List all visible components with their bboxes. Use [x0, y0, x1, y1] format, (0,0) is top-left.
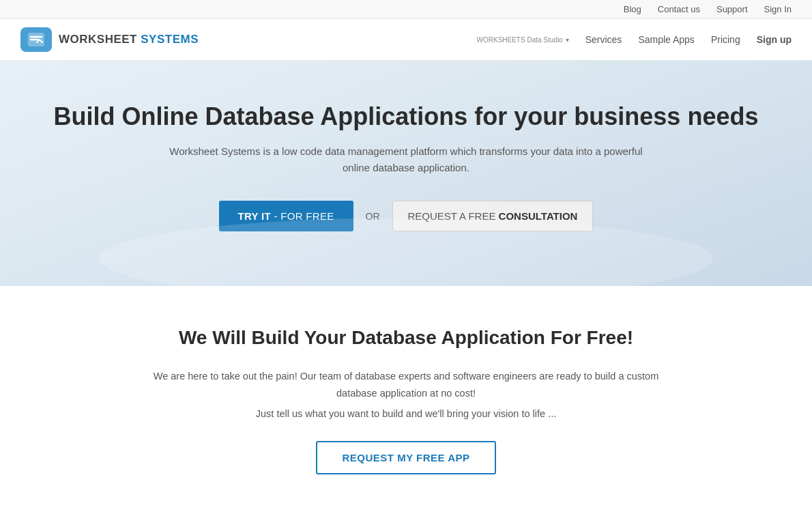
- request-free-app-button[interactable]: REQUEST MY FREE APP: [316, 441, 495, 474]
- hero-subtext: Worksheet Systems is a low code data man…: [167, 143, 645, 176]
- hero-heading: Build Online Database Applications for y…: [20, 102, 792, 131]
- hero-buttons: TRY IT - FOR FREE OR REQUEST A FREE CONS…: [20, 201, 792, 231]
- services-link[interactable]: Services: [585, 34, 622, 45]
- pricing-link[interactable]: Pricing: [711, 34, 740, 45]
- hero-section: Build Online Database Applications for y…: [0, 61, 812, 286]
- content-section: We Will Build Your Database Application …: [0, 286, 812, 502]
- logo-text: WORKSHEET SYSTEMS: [59, 33, 199, 46]
- section-heading: We Will Build Your Database Application …: [20, 327, 792, 349]
- sample-apps-link[interactable]: Sample Apps: [638, 34, 695, 45]
- signin-link[interactable]: Sign In: [764, 4, 792, 14]
- section-desc1: We are here to take out the pain! Our te…: [133, 368, 679, 401]
- signup-link[interactable]: Sign up: [757, 34, 792, 45]
- try-it-button[interactable]: TRY IT - FOR FREE: [219, 201, 353, 231]
- logo[interactable]: WORKSHEET SYSTEMS: [20, 27, 477, 52]
- blog-link[interactable]: Blog: [624, 4, 641, 14]
- support-link[interactable]: Support: [716, 4, 748, 14]
- features-row: Envision We will help you to define your…: [0, 502, 812, 514]
- logo-icon: [20, 27, 52, 52]
- top-bar: Blog Contact us Support Sign In: [0, 0, 812, 19]
- or-label: OR: [366, 211, 380, 222]
- request-consultation-button[interactable]: REQUEST A FREE CONSULTATION: [392, 201, 594, 231]
- nav-links: WORKSHEETS Data Studio ▾ Services Sample…: [477, 34, 792, 45]
- worksheets-data-studio-link[interactable]: WORKSHEETS Data Studio ▾: [477, 36, 569, 44]
- section-desc2: Just tell us what you want to build and …: [20, 408, 792, 419]
- contact-link[interactable]: Contact us: [658, 4, 700, 14]
- dropdown-chevron-icon: ▾: [566, 36, 569, 44]
- main-nav: WORKSHEET SYSTEMS WORKSHEETS Data Studio…: [0, 19, 812, 61]
